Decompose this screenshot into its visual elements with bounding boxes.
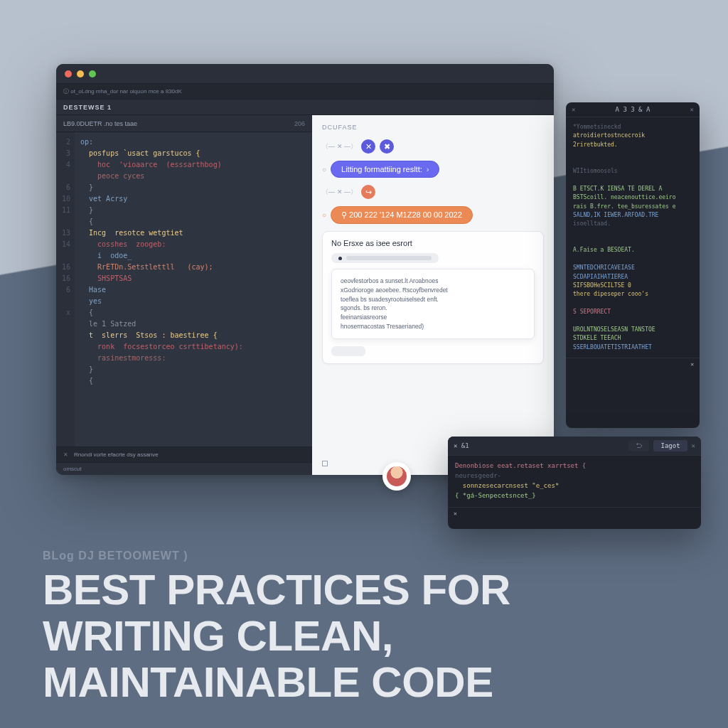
filter-input[interactable] <box>331 253 439 263</box>
close-icon[interactable]: ✕ <box>572 106 575 113</box>
close-icon[interactable]: ✕ <box>692 442 695 449</box>
timestamp-pill[interactable]: ⚲ 200 222 '124 M1Z28 00 00 2022 <box>331 206 473 224</box>
code-editor-window: ⓘ ot_oLdng mha_dor nar oiquon mce a 830d… <box>56 64 554 475</box>
terminal-titlebar[interactable]: ✕ &1 ⮌ Iagot ✕ <box>448 437 701 456</box>
redo-badge-icon[interactable]: ↪ <box>361 185 375 199</box>
error-tooltip: oeovfestorbos a sunset.lt Aroabnoes xGod… <box>331 269 535 339</box>
layout-tab-button[interactable]: Iagot <box>653 440 687 451</box>
close-icon[interactable] <box>65 70 72 77</box>
code-pane: LB9.0DUETR .no tes taae 206 234610111314… <box>56 115 312 475</box>
blog-category-label: BLog DJ BETOOMEWT ) <box>43 550 188 562</box>
lint-result-pill[interactable]: Litting formattiing resltt: › <box>331 161 439 178</box>
terminal-window: ✕ &1 ⮌ Iagot ✕ Denonbiose eeat.retaset x… <box>448 437 701 529</box>
file-tab[interactable]: LB9.0DUETR .no tes taae 206 <box>56 115 312 132</box>
log-window-title: А 3 З & А <box>616 106 651 113</box>
hero-title-line-1: BEST PRACTICES FOR <box>43 567 700 614</box>
window-titlebar[interactable] <box>56 64 554 84</box>
avatar[interactable] <box>382 462 411 491</box>
code-content[interactable]: op: posfups `usact garstucos { hoc 'vioa… <box>75 132 312 446</box>
status-message: Rnondl vorte efacrte dsy assanve <box>74 451 159 458</box>
line-number-gutter: 23461011131416166x <box>56 132 75 446</box>
editor-tab-strip[interactable]: ⓘ ot_oLdng mha_dor nar oiquon mce a 830d… <box>56 84 554 100</box>
hero-title-line-3: MAINTAINABLE CODE <box>43 660 700 706</box>
timestamp-label: ⚲ 200 222 '124 M1Z28 00 00 2022 <box>341 210 462 220</box>
log-output[interactable]: *Yommetsineckdatroidiertostncecroik2rire… <box>566 117 700 358</box>
output-log-window: ✕ А 3 З & А ✕ *Yommetsineckdatroidiertos… <box>566 102 700 428</box>
explorer-section-label: DESTEWSE 1 <box>56 100 554 115</box>
lint-results-panel: DCUFASE 〈— ✕ —〉 ✕ ✖ ○ Litting formattiin… <box>312 115 554 475</box>
arrow-indicator: 〈— ✕ —〉 <box>322 188 357 197</box>
file-tab-name: LB9.0DUETR .no tes taae <box>63 120 137 127</box>
error-card-title: No Ersxe as iзee esrort <box>331 239 535 247</box>
placeholder-chip <box>331 346 365 356</box>
minimize-icon[interactable] <box>77 70 84 77</box>
editor-footer-label: omscut <box>56 462 312 475</box>
panel-tab-label: DCUFASE <box>322 124 544 131</box>
close-badge-icon[interactable]: ✕ <box>361 139 375 154</box>
close-icon[interactable]: ✕ <box>63 451 68 458</box>
arrow-indicator: 〈— ✕ —〉 <box>322 142 357 151</box>
hero-title: BEST PRACTICES FOR WRITING CLEAN, MAINTA… <box>43 567 700 705</box>
file-tab-line-count: 206 <box>294 120 305 127</box>
error-badge-icon[interactable]: ✖ <box>380 139 394 154</box>
terminal-output[interactable]: Denonbiose eeat.retaset xarrtset {neures… <box>448 456 701 507</box>
error-detail-card: No Ersxe as iзee esrort oeovfestorbos a … <box>322 231 544 364</box>
editor-status-bar: ✕ Rnondl vorte efacrte dsy assanve <box>56 446 312 462</box>
cursor-icon <box>338 257 342 260</box>
lint-result-label: Litting formattiing resltt: <box>341 165 422 173</box>
hero-title-line-2: WRITING CLEAN, <box>43 614 700 660</box>
close-icon[interactable]: ✕ <box>454 510 457 517</box>
close-icon[interactable]: ✕ <box>690 106 694 113</box>
terminal-title-marker: ✕ &1 <box>454 442 469 449</box>
checkbox-icon[interactable] <box>322 461 328 466</box>
log-window-titlebar[interactable]: ✕ А 3 З & А ✕ <box>566 102 700 117</box>
undo-button[interactable]: ⮌ <box>628 440 649 451</box>
maximize-icon[interactable] <box>89 70 96 77</box>
close-icon[interactable]: ✕ <box>690 361 694 368</box>
avatar-image <box>387 466 407 486</box>
